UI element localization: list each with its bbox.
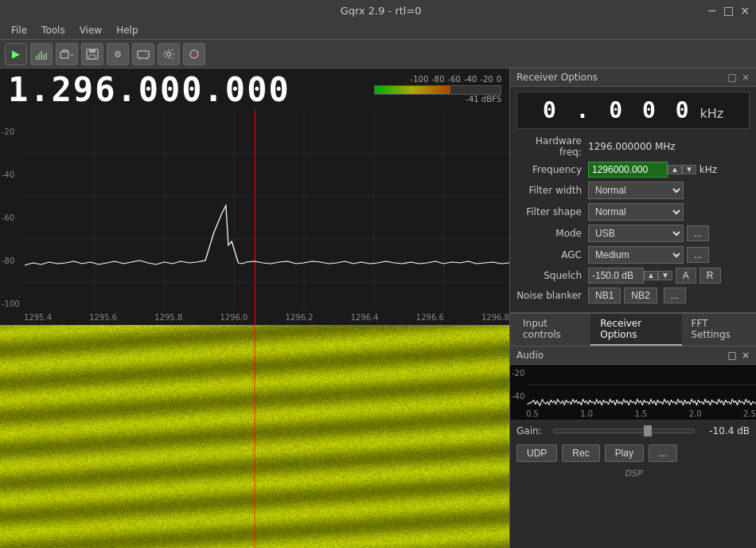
audio-more-button[interactable]: ... bbox=[649, 444, 677, 462]
squelch-spin-up[interactable]: ▲ bbox=[644, 271, 658, 280]
device-button[interactable] bbox=[132, 43, 154, 65]
menu-file[interactable]: File bbox=[5, 23, 33, 37]
svg-rect-4 bbox=[45, 53, 47, 60]
audio-float-button[interactable]: □ bbox=[728, 350, 737, 361]
frequency-unit: kHz bbox=[699, 164, 717, 175]
dsp-label: DSP bbox=[510, 465, 756, 482]
freq-spin-down[interactable]: ▼ bbox=[682, 165, 696, 174]
hardware-freq-value: 1296.000000 MHz bbox=[588, 141, 676, 152]
svg-rect-2 bbox=[41, 51, 42, 60]
right-panel: Receiver Options □ × 0 . 0 0 0 kHz Hardw… bbox=[509, 68, 756, 548]
settings-button[interactable] bbox=[158, 43, 180, 65]
waterfall-canvas bbox=[0, 325, 509, 548]
receiver-options-content: 0 . 0 0 0 kHz Hardware freq: 1296.000000… bbox=[510, 87, 756, 312]
mode-row: Mode USB LSB AM FM ... bbox=[516, 225, 750, 242]
tabs-bar: Input controls Receiver Options FFT Sett… bbox=[510, 313, 756, 346]
filter-shape-row: Filter shape Normal Soft Sharp bbox=[516, 203, 750, 221]
ro-frequency-unit: kHz bbox=[699, 106, 723, 121]
play-button[interactable]: ▶ bbox=[5, 43, 27, 65]
agc-select[interactable]: Off Slow Medium Fast bbox=[588, 246, 684, 264]
gain-row: Gain: -10.4 dB bbox=[510, 421, 756, 441]
audio-waveform: -20 -40 0.5 1.0 1.5 2.0 2.5 bbox=[510, 365, 756, 421]
gain-slider[interactable] bbox=[553, 429, 696, 433]
gain-label: Gain: bbox=[516, 425, 542, 436]
mode-select[interactable]: USB LSB AM FM bbox=[588, 225, 684, 242]
frequency-display: 1.296.000.000 -100 -80 -60 -40 -20 0 -41… bbox=[0, 68, 509, 110]
tab-receiver-options[interactable]: Receiver Options bbox=[590, 314, 681, 346]
ro-close-button[interactable]: × bbox=[742, 72, 750, 83]
tab-fft-settings[interactable]: FFT Settings bbox=[682, 314, 753, 346]
ro-frequency-display: 0 . 0 0 0 kHz bbox=[516, 92, 750, 129]
titlebar-title: Gqrx 2.9 - rtl=0 bbox=[54, 5, 707, 17]
svg-rect-8 bbox=[89, 49, 95, 53]
nb2-button[interactable]: NB2 bbox=[624, 288, 657, 303]
svg-point-17 bbox=[193, 53, 196, 56]
freq-spin-up[interactable]: ▲ bbox=[668, 165, 682, 174]
ro-float-button[interactable]: □ bbox=[728, 72, 737, 83]
main-content: 1.296.000.000 -100 -80 -60 -40 -20 0 -41… bbox=[0, 68, 756, 548]
receiver-options-header: Receiver Options □ × bbox=[510, 68, 756, 87]
noise-blanker-label: Noise blanker bbox=[516, 290, 588, 301]
svg-rect-1 bbox=[38, 53, 40, 60]
agc-more-button[interactable]: ... bbox=[687, 247, 709, 263]
audio-y-labels: -20 -40 bbox=[512, 369, 524, 401]
squelch-row: Squelch ▲ ▼ A R bbox=[516, 268, 750, 284]
record-button[interactable] bbox=[183, 43, 205, 65]
menu-help[interactable]: Help bbox=[110, 23, 144, 37]
squelch-r-button[interactable]: R bbox=[699, 268, 721, 284]
udp-button[interactable]: UDP bbox=[516, 444, 557, 462]
audio-header-buttons: □ × bbox=[728, 350, 750, 361]
play-audio-button[interactable]: Play bbox=[605, 444, 644, 462]
spectrum-button[interactable] bbox=[30, 43, 53, 65]
meter-scale: -100 -80 -60 -40 -20 0 bbox=[411, 75, 501, 84]
minimize-button[interactable]: − bbox=[707, 4, 717, 17]
toolbar: ▶ bbox=[0, 40, 756, 68]
menu-tools[interactable]: Tools bbox=[35, 23, 72, 37]
squelch-label: Squelch bbox=[516, 270, 588, 281]
agc-label: AGC bbox=[516, 249, 588, 260]
squelch-a-button[interactable]: A bbox=[676, 268, 696, 284]
config-button[interactable] bbox=[107, 43, 129, 65]
audio-close-button[interactable]: × bbox=[742, 350, 750, 361]
waterfall-area bbox=[0, 325, 509, 548]
close-button[interactable]: × bbox=[740, 4, 750, 17]
tab-input-controls[interactable]: Input controls bbox=[513, 314, 590, 346]
filter-width-row: Filter width Normal Narrow Wide bbox=[516, 182, 750, 199]
main-frequency[interactable]: 1.296.000.000 bbox=[8, 70, 290, 109]
save-button[interactable] bbox=[81, 43, 103, 65]
meter-bar-container bbox=[374, 85, 501, 95]
menubar: File Tools View Help bbox=[0, 21, 756, 40]
svg-rect-12 bbox=[138, 51, 149, 58]
receiver-options-header-buttons: □ × bbox=[728, 72, 750, 83]
filter-width-select[interactable]: Normal Narrow Wide bbox=[588, 182, 684, 199]
receiver-options-section: Receiver Options □ × 0 . 0 0 0 kHz Hardw… bbox=[510, 68, 756, 313]
audio-title: Audio bbox=[516, 350, 544, 361]
svg-rect-3 bbox=[43, 54, 45, 60]
frequency-row: Frequency ▲ ▼ kHz bbox=[516, 162, 750, 178]
dbfs-label: -41 dBFS bbox=[466, 95, 501, 104]
filter-shape-label: Filter shape bbox=[516, 206, 588, 217]
rec-button[interactable]: Rec bbox=[562, 444, 599, 462]
noise-blanker-row: Noise blanker NB1 NB2 ... bbox=[516, 288, 750, 303]
titlebar-controls[interactable]: − □ × bbox=[707, 4, 750, 17]
frequency-input[interactable] bbox=[588, 162, 668, 178]
mode-label: Mode bbox=[516, 228, 588, 239]
signal-meter: -100 -80 -60 -40 -20 0 -41 dBFS bbox=[374, 75, 501, 104]
receiver-options-title: Receiver Options bbox=[516, 72, 598, 83]
agc-row: AGC Off Slow Medium Fast ... bbox=[516, 246, 750, 264]
squelch-spin-down[interactable]: ▼ bbox=[658, 271, 672, 280]
maximize-button[interactable]: □ bbox=[723, 4, 734, 17]
filter-shape-select[interactable]: Normal Soft Sharp bbox=[588, 203, 684, 221]
svg-point-15 bbox=[167, 52, 171, 56]
meter-bar bbox=[375, 86, 450, 94]
spectrum-area: -20 -40 -60 -80 -100 bbox=[0, 110, 509, 325]
nb1-button[interactable]: NB1 bbox=[588, 288, 621, 303]
squelch-input[interactable] bbox=[588, 268, 644, 284]
frequency-label: Frequency bbox=[516, 164, 588, 175]
nb-more-button[interactable]: ... bbox=[664, 288, 686, 303]
mode-more-button[interactable]: ... bbox=[687, 225, 709, 241]
audio-buttons: UDP Rec Play ... bbox=[510, 441, 756, 465]
open-button[interactable] bbox=[56, 43, 78, 65]
hardware-freq-row: Hardware freq: 1296.000000 MHz bbox=[516, 135, 750, 158]
menu-view[interactable]: View bbox=[73, 23, 108, 37]
